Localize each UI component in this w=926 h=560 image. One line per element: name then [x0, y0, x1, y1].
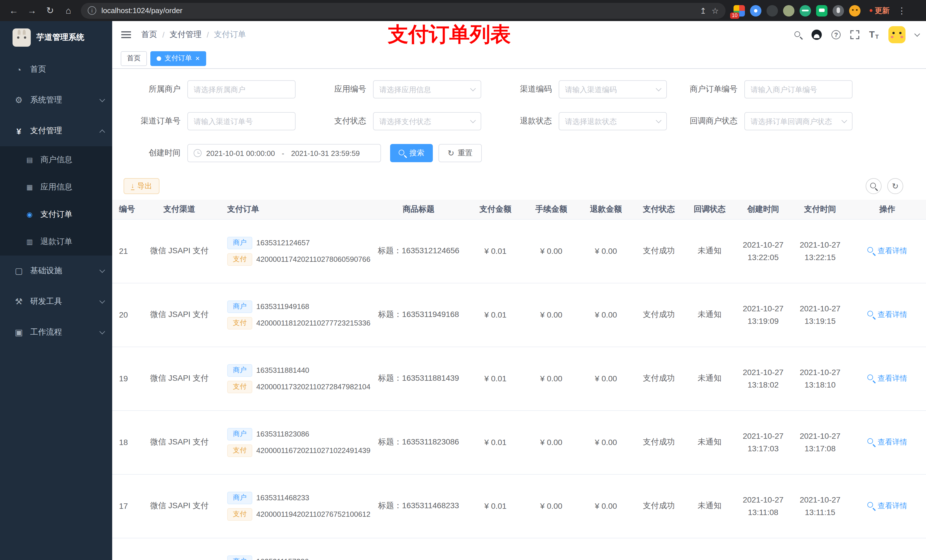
top-navbar: 首页 / 支付管理 / 支付订单 支付订单列表 ? TT: [112, 21, 926, 48]
extension-chat-icon[interactable]: [816, 5, 828, 16]
pay-amount-cell: ¥ 0.01: [467, 410, 524, 474]
site-info-icon[interactable]: i: [88, 6, 96, 15]
address-bar[interactable]: i localhost:1024/pay/order ↥ ☆: [81, 3, 726, 18]
channel-order-no-filter-label: 渠道订单号: [124, 116, 188, 126]
notify-status-filter-select[interactable]: [744, 112, 853, 130]
merchant-filter-label: 所属商户: [124, 84, 188, 95]
pay-time-cell: 2021-10-2713:18:10: [791, 347, 849, 410]
extension-wappalyzer-icon[interactable]: [800, 5, 811, 16]
create-time-cell: 2021-10-2713:18:02: [735, 347, 791, 410]
extension-olive-icon[interactable]: [783, 5, 794, 16]
date-end-value: 2021-10-31 23:59:59: [291, 149, 360, 157]
refund-status-filter-label: 退款状态: [495, 116, 559, 126]
goods-title-cell: [370, 538, 467, 560]
fullscreen-icon[interactable]: [850, 30, 859, 39]
sidebar-item-refund-order[interactable]: ▥ 退款订单: [0, 228, 112, 255]
forward-icon[interactable]: →: [24, 3, 40, 18]
pay-order-cell: 商户 1635312124657 支付 42000011742021102780…: [219, 219, 370, 283]
merchant-order-no-filter-input[interactable]: [744, 80, 853, 98]
home-icon[interactable]: ⌂: [61, 3, 76, 18]
create-time-filter-label: 创建时间: [124, 148, 188, 158]
refresh-table-button[interactable]: ↻: [887, 178, 903, 194]
breadcrumb-home[interactable]: 首页: [141, 30, 157, 40]
sidebar-item-merchant-info[interactable]: ▤ 商户信息: [0, 146, 112, 174]
pay-time-cell: 2021-10-2713:22:15: [791, 219, 849, 283]
breadcrumb-current: 支付订单: [214, 30, 246, 40]
github-icon[interactable]: [811, 30, 822, 40]
sidebar-item-infrastructure[interactable]: ▢ 基础设施: [0, 255, 112, 286]
back-icon[interactable]: ←: [6, 3, 22, 18]
refresh-icon: ↻: [448, 148, 454, 158]
bookmark-star-icon[interactable]: ☆: [711, 6, 719, 15]
search-icon[interactable]: [794, 31, 802, 38]
channel-order-no: 4200001194202110276752100612: [256, 510, 371, 518]
view-detail-link[interactable]: 查看详情: [867, 373, 907, 383]
col-channel-header: 支付渠道: [139, 200, 219, 219]
create-time-cell: 2021-10-2713:19:09: [735, 283, 791, 347]
channel-order-no: 4200001174202110278060590766: [256, 255, 371, 264]
font-size-icon[interactable]: TT: [869, 30, 879, 40]
tab-pay-order[interactable]: 支付订单 ×: [150, 51, 206, 66]
col-fee-header: 手续金额: [524, 200, 579, 219]
channel-order-tag: 支付: [227, 508, 252, 521]
order-id-cell: [112, 538, 139, 560]
refresh-icon[interactable]: ↻: [42, 3, 58, 18]
view-detail-link[interactable]: 查看详情: [867, 437, 907, 447]
close-tab-icon[interactable]: ×: [195, 54, 200, 62]
pay-amount-cell: ¥ 0.01: [467, 347, 524, 410]
view-detail-link[interactable]: 查看详情: [867, 309, 907, 320]
channel-code-filter-select[interactable]: [559, 80, 667, 98]
view-detail-link[interactable]: 查看详情: [867, 501, 907, 511]
url-text[interactable]: localhost:1024/pay/order: [101, 6, 694, 15]
merchant-filter-input[interactable]: [188, 80, 295, 98]
pay-amount-cell: ¥ 0.01: [467, 219, 524, 283]
refund-amount-cell: ¥ 0.00: [579, 347, 633, 410]
search-button[interactable]: 搜索: [390, 144, 433, 162]
sidebar-item-workflow[interactable]: ▣ 工作流程: [0, 317, 112, 348]
sidebar-item-app-info[interactable]: ▦ 应用信息: [0, 174, 112, 201]
merchant-order-tag: 商户: [227, 555, 252, 560]
app-logo-avatar: [12, 29, 31, 47]
pay-status-filter-select[interactable]: [373, 112, 481, 130]
browser-update-button[interactable]: 更新: [870, 5, 890, 16]
export-button[interactable]: ↓ 导出: [124, 178, 159, 194]
collapse-menu-icon[interactable]: [121, 34, 131, 35]
search-icon: [399, 149, 406, 157]
order-id-cell: 19: [112, 347, 139, 410]
create-time-cell: 2021-10-2713:11:08: [735, 474, 791, 538]
detail-search-icon: [867, 247, 875, 255]
breadcrumb-payment[interactable]: 支付管理: [170, 30, 201, 40]
sidebar: 芋道管理系统 ◔ 首页 ⚙ 系统管理 ¥ 支付管理 ▤ 商户信息 ▦ 应用信息: [0, 21, 112, 560]
date-start-value: 2021-10-01 00:00:00: [206, 149, 275, 157]
avatar-dropdown-caret-icon[interactable]: [914, 31, 920, 36]
fee-amount-cell: ¥ 0.00: [524, 474, 579, 538]
extension-drop-icon[interactable]: [750, 5, 761, 16]
browser-menu-icon[interactable]: ⋮: [897, 5, 906, 16]
sidebar-item-pay-order[interactable]: ◉ 支付订单: [0, 201, 112, 228]
merchant-order-no-filter-label: 商户订单编号: [681, 84, 744, 95]
reset-button[interactable]: ↻ 重置: [439, 144, 481, 162]
record-icon: ◉: [24, 211, 35, 219]
extension-face-icon[interactable]: [849, 5, 861, 16]
extension-palette-icon[interactable]: 10: [734, 5, 745, 16]
sidebar-item-home[interactable]: ◔ 首页: [0, 54, 112, 85]
view-detail-link[interactable]: 查看详情: [867, 246, 907, 256]
create-time-range-picker[interactable]: 2021-10-01 00:00:00 - 2021-10-31 23:59:5…: [188, 144, 381, 162]
channel-order-no-filter-input[interactable]: [188, 112, 295, 130]
workflow-icon: ▣: [12, 327, 25, 338]
share-icon[interactable]: ↥: [700, 6, 706, 15]
help-icon[interactable]: ?: [831, 30, 841, 39]
user-avatar[interactable]: [888, 26, 905, 43]
extension-dark-icon[interactable]: [767, 5, 778, 16]
sidebar-item-payment[interactable]: ¥ 支付管理: [0, 116, 112, 146]
extension-pin-icon[interactable]: [832, 5, 844, 16]
app-id-filter-select[interactable]: [373, 80, 481, 98]
filter-form: 所属商户 应用编号 渠道编码 商户订单编号 渠道订单号: [112, 69, 926, 162]
tab-home[interactable]: 首页: [121, 51, 147, 66]
sidebar-item-devtools[interactable]: ⚒ 研发工具: [0, 286, 112, 317]
sidebar-item-system[interactable]: ⚙ 系统管理: [0, 85, 112, 116]
toggle-search-button[interactable]: [865, 178, 882, 194]
page-title-annotation: 支付订单列表: [388, 21, 511, 49]
refund-status-filter-select[interactable]: [559, 112, 667, 130]
table-header-row: 编号 支付渠道 支付订单 商品标题 支付金额 手续金额 退款金额 支付状态 回调…: [112, 200, 926, 219]
